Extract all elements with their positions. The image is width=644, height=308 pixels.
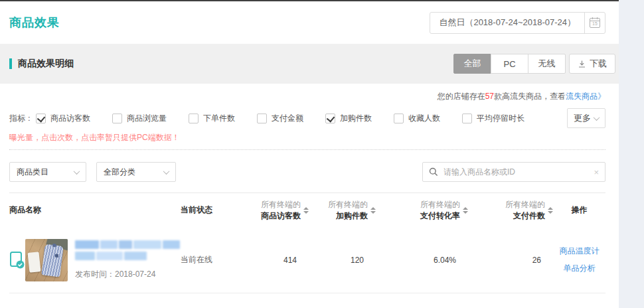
product-thermometer-link[interactable]: 商品温度计 [560,246,600,257]
product-name-redacted[interactable] [75,240,180,249]
download-button[interactable]: 下载 [569,54,615,74]
visitors-value: 414 [225,256,309,265]
page-title: 商品效果 [9,15,60,31]
metric-orders[interactable]: 下单件数 [189,113,235,124]
metric-visitors[interactable]: 商品访客数 [36,113,90,124]
page-header: 商品效果 自然日（2018-07-24~2018-07-24） 15 [0,1,619,44]
conversion-value: 6.04% [376,256,468,265]
metric-label: 加购件数 [340,113,372,124]
clear-icon[interactable]: × [594,168,599,177]
section-accent-bar [9,58,12,69]
product-image[interactable] [25,239,68,281]
checkbox-visitors[interactable] [36,114,46,123]
status-cell: 当前在线 [175,254,225,266]
filter-row: 商品类目 全部分类 × [9,150,605,193]
col-header-product-name: 商品名称 [9,204,175,216]
col-header-pay: 所有终端的支付件数 [468,199,553,222]
chevron-down-icon [594,114,600,121]
checkbox-orders[interactable] [189,114,199,123]
metric-label: 收藏人数 [408,113,440,124]
metric-label: 商品访客数 [50,113,90,124]
section-header: 商品效果明细 全部 PC 无线 下载 [0,44,619,84]
checkbox-avg-stay[interactable] [462,114,472,123]
single-item-analysis-link[interactable]: 单品分析 [564,263,596,274]
col-header-visitors: 所有终端的商品访客数 [225,199,309,222]
notice-suffix: 款高流失商品，查看 [494,92,566,101]
metric-cart-adds[interactable]: 加购件数 [325,113,372,124]
section-title-wrap: 商品效果明细 [9,58,74,70]
table-header: 商品名称 当前状态 所有终端的商品访客数 所有终端的加购件数 所有终端的支付转化… [9,193,605,227]
classification-dropdown-label: 全部分类 [104,167,135,178]
content-area: 商品效果 自然日（2018-07-24~2018-07-24） 15 商品效果明… [0,0,619,308]
metrics-label: 指标： [9,113,33,124]
cart-adds-value: 120 [309,256,376,265]
blue-shirt-shape [41,244,64,277]
white-shirt-shape [27,252,40,273]
metric-avg-stay[interactable]: 平均停留时长 [462,113,524,124]
metric-label: 商品浏览量 [127,113,167,124]
metric-label: 平均停留时长 [477,113,524,124]
date-range-label: 自然日（2018-07-24~2018-07-24） [430,13,584,33]
terminal-tab-group: 全部 PC 无线 [453,54,566,74]
col-header-conversion: 所有终端的支付转化率 [376,199,468,222]
tab-all[interactable]: 全部 [453,54,491,74]
device-check-icon [9,251,25,270]
metric-payment-amount[interactable]: 支付金额 [257,113,303,124]
product-effect-page: 商品效果 自然日（2018-07-24~2018-07-24） 15 商品效果明… [0,0,644,308]
category-dropdown-label: 商品类目 [17,167,48,178]
checkbox-payment-amount[interactable] [257,114,267,123]
main-panel: 您的店铺存在57款高流失商品，查看流失商品》 指标： 商品访客数 商品浏览量 下… [0,84,619,293]
publish-time: 发布时间：2018-07-24 [75,269,180,280]
metric-favorites[interactable]: 收藏人数 [394,113,440,124]
more-label: 更多 [574,112,591,124]
calendar-icon: 15 [590,18,600,28]
tab-pc[interactable]: PC [491,54,528,74]
right-gutter [619,0,644,308]
product-cell: 发布时间：2018-07-24 [9,239,175,281]
notice-prefix: 您的店铺存在 [438,92,485,101]
chevron-down-icon [74,168,80,175]
product-name-redacted-line2 [75,252,180,260]
metric-label: 支付金额 [272,113,303,124]
product-search-box: × [422,162,605,182]
sort-icon[interactable] [370,207,376,214]
product-info: 发布时间：2018-07-24 [75,240,180,280]
search-input[interactable] [443,167,588,177]
loss-count: 57 [485,92,494,101]
checkbox-cart-adds[interactable] [325,114,335,123]
section-title: 商品效果明细 [18,58,74,70]
col-header-cart: 所有终端的加购件数 [309,199,376,222]
device-status-wrap [9,251,25,270]
download-label: 下载 [590,58,607,70]
date-range-picker[interactable]: 自然日（2018-07-24~2018-07-24） 15 [430,12,605,34]
chevron-down-icon [163,168,170,175]
calendar-button[interactable]: 15 [584,13,605,33]
search-icon [429,167,438,177]
loss-products-link[interactable]: 流失商品》 [566,92,605,101]
col-header-operations: 操作 [553,204,605,216]
metrics-row: 指标： 商品访客数 商品浏览量 下单件数 支付金额 [9,108,605,129]
more-metrics-button[interactable]: 更多 [567,108,605,128]
metric-pageviews[interactable]: 商品浏览量 [112,113,167,124]
category-dropdown[interactable]: 商品类目 [9,162,86,182]
download-icon [578,60,586,68]
tab-wireless[interactable]: 无线 [528,54,566,74]
pc-data-warning: 曝光量，点击次数，点击率暂只提供PC端数据！ [9,129,605,149]
pay-items-value: 26 [468,256,553,265]
sort-icon[interactable] [548,207,553,214]
classification-dropdown[interactable]: 全部分类 [96,162,176,182]
table-row: 发布时间：2018-07-24 当前在线 414 120 6.04% 26 商品… [9,227,605,293]
sort-icon[interactable] [463,207,468,214]
operations-cell: 商品温度计 单品分析 [553,246,605,274]
col-header-status: 当前状态 [175,204,225,216]
sort-icon[interactable] [303,207,309,214]
loss-products-notice: 您的店铺存在57款高流失商品，查看流失商品》 [9,84,605,108]
checkbox-favorites[interactable] [394,114,404,123]
checkbox-pageviews[interactable] [112,114,122,123]
terminal-switcher: 全部 PC 无线 下载 [453,54,615,74]
metric-label: 下单件数 [203,113,235,124]
